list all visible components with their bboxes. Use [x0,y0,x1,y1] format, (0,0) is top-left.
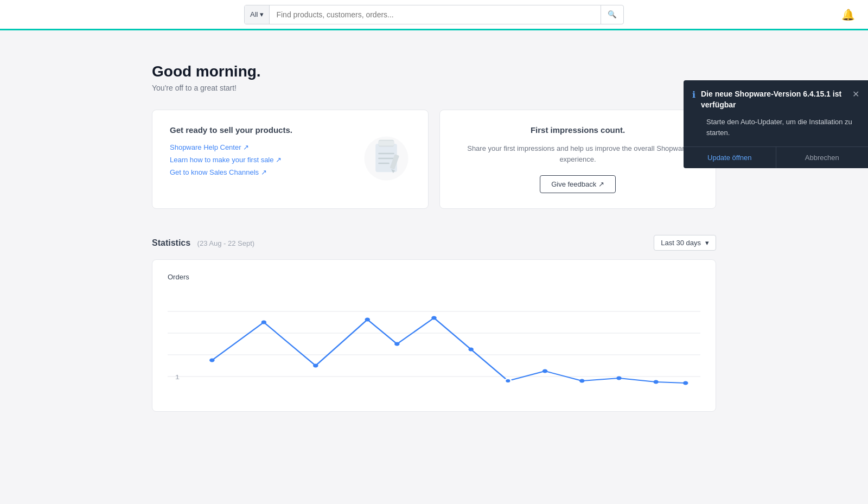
svg-point-14 [209,359,215,362]
stats-period-label: Last 30 days [661,239,701,247]
greeting-title: Good morning. [152,63,716,80]
update-open-button[interactable]: Update öffnen [684,147,776,168]
notification-bell-button[interactable]: 🔔 [839,6,857,23]
svg-point-17 [365,318,370,322]
svg-point-25 [653,380,659,384]
svg-point-26 [683,381,688,385]
greeting-subtitle: You're off to a great start! [152,84,716,92]
search-icon: 🔍 [608,10,617,18]
info-icon: ℹ [692,90,695,100]
topbar-right: 🔔 [839,6,857,23]
svg-point-18 [394,342,400,346]
svg-point-22 [542,369,548,373]
clipboard-icon-area [362,134,411,185]
notification-popup: ℹ Die neue Shopware-Version 6.4.15.1 ist… [684,80,868,168]
cards-row: Get ready to sell your products. Shopwar… [152,110,716,209]
statistics-date: (23 Aug - 22 Sept) [197,239,255,247]
svg-point-16 [313,364,318,368]
statistics-title-area: Statistics (23 Aug - 22 Sept) [152,238,254,248]
statistics-title: Statistics [152,238,190,247]
impressions-card-desc: Share your first impressions and help us… [457,143,698,164]
svg-text:1: 1 [175,374,180,381]
svg-point-19 [431,316,437,320]
cancel-button[interactable]: Abbrechen [776,147,869,168]
chart-card: Orders 1 [152,259,716,412]
search-all-label: All [250,10,258,18]
chart-label: Orders [168,273,700,281]
svg-point-23 [579,379,585,383]
notification-header: ℹ Die neue Shopware-Version 6.4.15.1 ist… [684,80,868,117]
notification-actions: Update öffnen Abbrechen [684,146,868,168]
give-feedback-button[interactable]: Give feedback ↗ [540,175,616,193]
topbar: All ▾ 🔍 🔔 [0,0,868,30]
impressions-card-title: First impressions count. [531,125,625,135]
search-input[interactable] [270,10,601,19]
sell-card: Get ready to sell your products. Shopwar… [152,110,429,209]
statistics-period-dropdown[interactable]: Last 30 days ▾ [654,235,716,251]
search-container: All ▾ 🔍 [244,5,624,24]
search-button[interactable]: 🔍 [601,5,623,24]
impressions-card: First impressions count. Share your firs… [439,110,716,209]
bell-icon: 🔔 [841,9,855,21]
svg-rect-3 [379,141,394,145]
orders-chart: 1 [168,290,700,398]
statistics-header: Statistics (23 Aug - 22 Sept) Last 30 da… [152,235,716,251]
svg-point-21 [505,379,511,383]
svg-point-24 [616,377,622,380]
svg-point-20 [468,348,474,352]
notification-title: Die neue Shopware-Version 6.4.15.1 ist v… [701,89,847,110]
chevron-down-icon: ▾ [705,239,709,247]
svg-point-15 [261,321,267,324]
sell-card-title: Get ready to sell your products. [170,125,411,135]
notification-body: Starte den Auto-Updater, um die Installa… [684,117,868,146]
clipboard-icon [362,134,411,183]
chart-area: 1 [168,290,700,398]
search-all-button[interactable]: All ▾ [245,5,270,24]
give-feedback-label: Give feedback ↗ [551,180,604,188]
chevron-down-icon: ▾ [260,10,264,18]
notification-close-button[interactable]: ✕ [852,89,859,99]
